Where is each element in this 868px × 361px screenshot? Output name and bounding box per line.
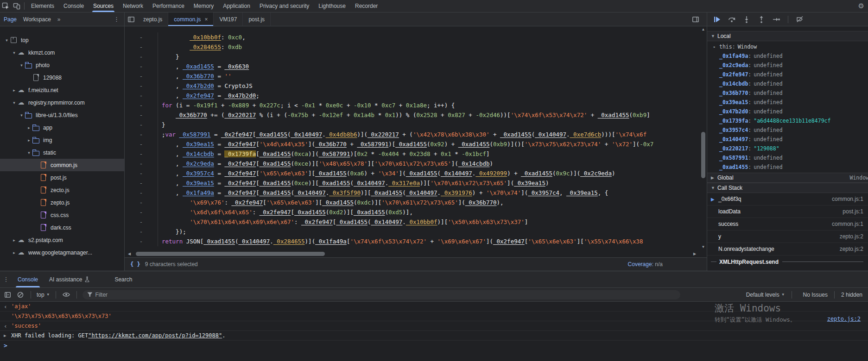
sidebar-toggle-icon[interactable] xyxy=(689,17,702,22)
gutter-marker[interactable]: - xyxy=(125,81,158,91)
scope-var-_0x47b2d0[interactable]: _0x47b2d0:undefined xyxy=(707,107,868,116)
main-tab-network[interactable]: Network xyxy=(118,0,148,12)
gutter-marker[interactable]: - xyxy=(125,32,158,42)
scope-var-_0x140497[interactable]: _0x140497:undefined xyxy=(707,135,868,144)
main-tab-console[interactable]: Console xyxy=(59,0,89,12)
gutter-marker[interactable]: - xyxy=(125,110,158,120)
gutter-marker[interactable]: - xyxy=(125,149,158,159)
gutter-marker[interactable]: - xyxy=(125,71,158,81)
console-row[interactable]: ‹'ajax' xyxy=(0,302,868,311)
stack-frame-N.onreadystatechange[interactable]: N.onreadystatechangezepto.js:2 xyxy=(707,243,868,255)
scope-section-header[interactable]: ▼ Local xyxy=(707,31,868,41)
context-selector[interactable]: top ▼ xyxy=(37,292,50,298)
tree-item-f.meizitu.net[interactable]: ▸☁f.meizitu.net xyxy=(0,84,124,96)
settings-gear-icon[interactable]: ⚙ xyxy=(858,2,864,10)
vertical-scroll-thumb[interactable] xyxy=(701,132,705,178)
main-tab-application[interactable]: Application xyxy=(218,0,255,12)
code-line[interactable]: -for (i = -0x19f1 + -0x889 + 0x227c; i <… xyxy=(125,100,707,110)
drawer-tab-console[interactable]: Console xyxy=(12,271,44,287)
file-tab-VM197[interactable]: VM197 xyxy=(214,12,243,26)
code-line[interactable]: - } xyxy=(125,52,707,62)
frame-location[interactable]: common.js:1 xyxy=(832,221,863,227)
code-line[interactable]: - , _0x1fa49a = _0x2fe947[_0xad1455(_0x1… xyxy=(125,188,707,198)
vertical-scrollbar[interactable]: ▲ ▼ xyxy=(700,26,707,250)
scroll-down-icon[interactable]: ▼ xyxy=(700,244,707,250)
code-line[interactable]: - , _0x2c9eda = _0x2fe947[_0xad1455(0xce… xyxy=(125,159,707,168)
inspect-element-icon[interactable] xyxy=(0,1,11,11)
gutter-marker[interactable]: - xyxy=(125,159,158,168)
main-tab-memory[interactable]: Memory xyxy=(189,0,218,12)
gutter-marker[interactable]: - xyxy=(125,42,158,52)
expand-triangle-icon[interactable]: ▶ xyxy=(4,333,11,338)
drawer-tab-search[interactable]: Search xyxy=(109,271,138,287)
tree-item-top[interactable]: ▾top xyxy=(0,34,124,46)
gutter-marker[interactable]: - xyxy=(125,168,158,178)
tree-item-css.css[interactable]: css.css xyxy=(0,209,124,221)
tree-item-zecto.js[interactable]: zecto.js xyxy=(0,184,124,196)
gutter-marker[interactable]: - xyxy=(125,237,158,246)
console-url-link[interactable]: "https://kkmzt.com/app/post/p?id=129088" xyxy=(88,332,222,339)
file-tab-zepto.js[interactable]: zepto.js xyxy=(138,12,168,26)
gutter-marker[interactable]: - xyxy=(125,178,158,188)
more-tabs-icon[interactable]: » xyxy=(57,16,60,23)
scope-var-_0x2c9eda[interactable]: _0x2c9eda:undefined xyxy=(707,61,868,70)
tab-page[interactable]: Page xyxy=(4,16,17,23)
code-line[interactable]: - , _0x36b770 = '' xyxy=(125,71,707,81)
horizontal-scrollbar[interactable]: ◀ ▶ xyxy=(125,250,707,257)
main-tab-performance[interactable]: Performance xyxy=(148,0,189,12)
scroll-up-icon[interactable]: ▲ xyxy=(700,26,707,33)
gutter-marker[interactable]: - xyxy=(125,91,158,100)
code-line[interactable]: - _0x36b770 += (_0x220217 % (i + (-0x75b… xyxy=(125,110,707,120)
code-line[interactable]: -return JSON[_0xad1455(_0x140497._0x2846… xyxy=(125,237,707,246)
gutter-marker[interactable]: - xyxy=(125,227,158,237)
step-icon[interactable] xyxy=(771,14,781,25)
console-filter[interactable] xyxy=(82,290,680,299)
hidden-count[interactable]: 2 hidden xyxy=(841,292,862,298)
navigator-toggle-icon[interactable] xyxy=(125,12,138,26)
scope-var-_0x36b770[interactable]: _0x36b770:undefined xyxy=(707,88,868,98)
tree-item-s2.pstatp.com[interactable]: ▸☁s2.pstatp.com xyxy=(0,234,124,246)
file-tab-post.js[interactable]: post.js xyxy=(243,12,271,26)
code-line[interactable]: - , _0x39ea15 = _0x2fe947['\x4d\x44\x35'… xyxy=(125,139,707,149)
code-line[interactable]: - , _0x14cbdb = _0x1739fa[_0xad1455(0xca… xyxy=(125,149,707,159)
clear-console-icon[interactable] xyxy=(16,290,25,299)
tree-item-static[interactable]: ▾static xyxy=(0,146,124,159)
scroll-right-icon[interactable]: ▶ xyxy=(691,250,698,257)
code-line[interactable]: - '\x70\x61\x64\x64\x69\x6e\x67': _0x2fe… xyxy=(125,217,707,227)
stack-frame-XMLHttpRequest.send[interactable]: XMLHttpRequest.send xyxy=(707,255,868,268)
step-over-icon[interactable] xyxy=(727,14,737,25)
scope-var-_0x14cbdb[interactable]: _0x14cbdb:undefined xyxy=(707,79,868,88)
code-line[interactable]: - , _0x2fe947 = _0x47b2d0; xyxy=(125,91,707,100)
scope-var-_0x2fe947[interactable]: _0x2fe947:undefined xyxy=(707,70,868,79)
main-tab-sources[interactable]: Sources xyxy=(89,0,118,12)
console-row[interactable]: > xyxy=(0,341,868,350)
drawer-tab-ai-assistance[interactable]: AI assistance xyxy=(44,271,95,287)
step-into-icon[interactable] xyxy=(741,14,752,25)
coverage-link[interactable]: Coverage: xyxy=(628,261,653,268)
tree-item-dark.css[interactable]: dark.css xyxy=(0,221,124,234)
filter-input[interactable] xyxy=(95,292,675,298)
scope-var-_0xad1455[interactable]: _0xad1455:undefined xyxy=(707,162,868,172)
code-line[interactable]: - , _0x39ea15 = _0x2fe947[_0xad1455(0xce… xyxy=(125,178,707,188)
console-row[interactable]: '\x73\x75\x63\x63\x65\x73\x73' xyxy=(0,311,868,321)
scope-var-_0x1739fa[interactable]: _0x1739fa:"a6d4488cee131b11e8479cf xyxy=(707,116,868,125)
frame-location[interactable]: post.js:1 xyxy=(843,208,863,215)
stack-frame-_0x66f3q[interactable]: ▶_0x66f3qcommon.js:1 xyxy=(707,193,868,205)
console-messages[interactable]: 激活 Windows 转到“设置”以激活 Windows。 ‹'ajax''\x… xyxy=(0,302,868,361)
gutter-marker[interactable]: - xyxy=(125,188,158,198)
gutter-marker[interactable]: - xyxy=(125,52,158,62)
code-line[interactable]: - , _0xad1455 = _0x6630 xyxy=(125,62,707,71)
default-levels-dropdown[interactable]: Default levels ▼ xyxy=(746,292,785,298)
tree-item-libre-ui/1.3.0/files[interactable]: ▾libre-ui/1.3.0/files xyxy=(0,109,124,121)
main-tab-recorder[interactable]: Recorder xyxy=(350,0,382,12)
gutter-marker[interactable]: - xyxy=(125,100,158,110)
stack-frame-success[interactable]: successcommon.js:1 xyxy=(707,218,868,230)
code-line[interactable]: - , _0x47b2d0 = CryptoJS xyxy=(125,81,707,91)
gutter-marker[interactable]: - xyxy=(125,130,158,139)
horizontal-scroll-thumb[interactable] xyxy=(136,252,325,256)
deactivate-breakpoints-icon[interactable] xyxy=(795,14,805,25)
frame-location[interactable]: zepto.js:2 xyxy=(840,246,863,252)
tree-item-post.js[interactable]: post.js xyxy=(0,171,124,184)
step-out-icon[interactable] xyxy=(756,14,767,25)
scope-var-_0x220217[interactable]: _0x220217:"129088" xyxy=(707,144,868,153)
